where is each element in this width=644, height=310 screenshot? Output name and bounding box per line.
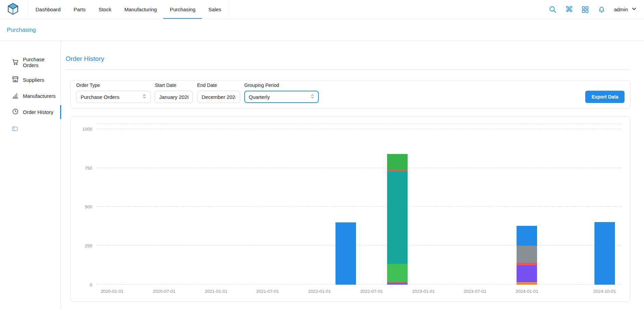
x-tick-label: 2022-01-01	[308, 289, 331, 294]
y-tick-label: 500	[85, 204, 92, 209]
end-date-input[interactable]	[197, 91, 240, 103]
gridline	[96, 206, 621, 207]
chart-bar-segment[interactable]	[387, 283, 408, 285]
main-panel: Order History Order Type Purchase Orders…	[61, 41, 644, 310]
gridline-top	[96, 124, 621, 124]
breadcrumb: Purchasing	[0, 19, 644, 41]
end-date-field: End Date	[197, 82, 240, 103]
bar-chart-icon	[12, 92, 19, 100]
chart-bar-segment[interactable]	[517, 283, 537, 285]
order-type-field: Order Type Purchase Orders	[76, 82, 151, 103]
sidebar-item-manufacturers[interactable]: Manufacturers	[0, 88, 60, 104]
x-tick-label: 2023-01-01	[412, 289, 435, 294]
tab-stock[interactable]: Stock	[92, 0, 118, 19]
chart-bar-segment[interactable]	[517, 265, 537, 282]
gridline	[96, 284, 621, 285]
app-logo-icon	[7, 3, 19, 16]
history-clock-icon	[12, 108, 19, 116]
sidebar-item-suppliers[interactable]: Suppliers	[0, 72, 60, 88]
x-tick-label: 2024-10-01	[593, 289, 616, 294]
x-tick-label: 2020-01-01	[101, 289, 124, 294]
sidebar: Purchase Orders Suppliers Manufacturers	[0, 41, 61, 310]
start-date-field: Start Date	[155, 82, 193, 103]
divider	[65, 69, 630, 70]
grouping-period-label: Grouping Period	[244, 82, 319, 88]
filter-panel: Order Type Purchase Orders Start Date En…	[70, 80, 630, 109]
command-icon[interactable]: ⌘	[565, 5, 573, 13]
breadcrumb-item[interactable]: Purchasing	[7, 27, 36, 34]
y-tick-label: 1000	[82, 126, 92, 131]
y-tick-label: 750	[85, 165, 92, 170]
chart-bar-segment[interactable]	[387, 264, 408, 282]
tab-dashboard[interactable]: Dashboard	[29, 0, 67, 19]
x-tick-label: 2021-07-01	[256, 289, 279, 294]
grouping-period-field: Grouping Period Quarterly	[244, 82, 319, 103]
navbar: Dashboard Parts Stock Manufacturing Purc…	[0, 0, 644, 19]
x-tick-label: 2023-07-01	[464, 289, 487, 294]
grouping-period-value: Quarterly	[249, 94, 270, 100]
x-tick-label: 2021-01-01	[205, 289, 228, 294]
main-tabs: Dashboard Parts Stock Manufacturing Purc…	[28, 0, 229, 19]
selector-icon	[141, 93, 147, 100]
user-menu[interactable]: admin	[614, 6, 637, 13]
order-type-select[interactable]: Purchase Orders	[76, 91, 151, 103]
x-tick-label: 2020-07-01	[153, 289, 176, 294]
gridline	[96, 129, 621, 129]
order-type-value: Purchase Orders	[81, 94, 119, 100]
y-tick-label: 250	[85, 243, 92, 248]
chart-bar-segment[interactable]	[387, 171, 408, 264]
chart-bar-segment[interactable]	[517, 263, 537, 265]
tab-parts[interactable]: Parts	[67, 0, 92, 19]
chart-bar-segment[interactable]	[517, 226, 537, 246]
sidebar-item-label: Purchase Orders	[23, 56, 58, 68]
chart-bar-segment[interactable]	[387, 282, 408, 284]
order-type-label: Order Type	[76, 82, 151, 88]
chart-plot: 025050075010002020-01-012020-07-012021-0…	[96, 124, 621, 285]
collapse-sidebar-icon[interactable]	[12, 126, 18, 132]
y-tick-label: 0	[90, 282, 92, 287]
sidebar-item-label: Suppliers	[23, 77, 44, 83]
tab-sales[interactable]: Sales	[202, 0, 228, 19]
chart-bar-segment[interactable]	[335, 222, 356, 285]
app-logo[interactable]	[7, 3, 19, 16]
chart-bar-segment[interactable]	[594, 222, 615, 285]
chart-bar-segment[interactable]	[387, 170, 408, 171]
selector-icon	[310, 93, 315, 100]
sidebar-item-purchase-orders[interactable]: Purchase Orders	[0, 53, 60, 72]
chevron-down-icon	[631, 6, 637, 13]
search-icon[interactable]	[549, 5, 557, 14]
username: admin	[614, 7, 628, 12]
bell-icon[interactable]	[598, 5, 606, 14]
start-date-input[interactable]	[155, 91, 193, 103]
chart-panel: 025050075010002020-01-012020-07-012021-0…	[70, 116, 630, 302]
chart-bar-segment[interactable]	[387, 154, 408, 170]
tab-manufacturing[interactable]: Manufacturing	[118, 0, 163, 19]
export-data-button[interactable]: Export Data	[585, 91, 625, 103]
grouping-period-select[interactable]: Quarterly	[244, 91, 319, 103]
storefront-icon	[12, 76, 19, 84]
chart-bar-segment[interactable]	[517, 282, 537, 283]
sidebar-item-order-history[interactable]: Order History	[0, 104, 60, 120]
start-date-label: Start Date	[155, 82, 193, 88]
end-date-label: End Date	[197, 82, 240, 88]
sidebar-item-label: Order History	[23, 109, 53, 115]
content: Purchase Orders Suppliers Manufacturers	[0, 41, 644, 310]
navbar-actions: ⌘ admin	[549, 5, 637, 14]
shopping-cart-icon	[12, 58, 19, 67]
gridline	[96, 168, 621, 168]
x-tick-label: 2024-01-01	[516, 289, 538, 294]
grid-scan-icon[interactable]	[581, 5, 589, 14]
tab-purchasing[interactable]: Purchasing	[163, 0, 202, 19]
page-title: Order History	[66, 55, 630, 63]
sidebar-item-label: Manufacturers	[23, 93, 56, 99]
x-tick-label: 2022-07-01	[360, 289, 383, 294]
chart-bar-segment[interactable]	[517, 246, 537, 263]
gridline	[96, 245, 621, 246]
